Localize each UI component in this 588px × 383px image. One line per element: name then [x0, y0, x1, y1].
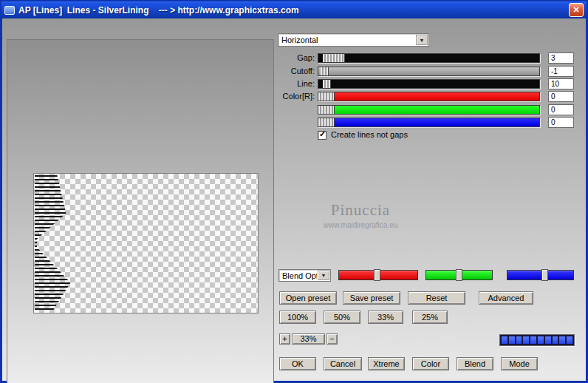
- gap-value[interactable]: 3: [548, 52, 574, 64]
- xtreme-button[interactable]: Xtreme: [368, 357, 405, 370]
- color-r-slider[interactable]: [318, 92, 540, 101]
- slider-row-color-g: 0: [0, 105, 588, 115]
- blend-green-slider[interactable]: [425, 270, 493, 280]
- app-icon: [4, 6, 15, 15]
- zoom-100-button[interactable]: 100%: [279, 311, 316, 324]
- zoom-out-button[interactable]: −: [327, 333, 338, 345]
- create-lines-label: Create lines not gaps: [331, 130, 408, 139]
- line-value[interactable]: 10: [548, 78, 574, 89]
- color-g-slider-thumb[interactable]: [318, 106, 335, 114]
- progress-segment: [567, 336, 572, 344]
- plugin-window: AP [Lines] Lines - SilverLining --- > ht…: [0, 0, 588, 383]
- lines-shape: [35, 175, 259, 311]
- color-r-slider-thumb[interactable]: [318, 92, 335, 101]
- blend-button[interactable]: Blend: [457, 357, 493, 370]
- blend-options-dropdown[interactable]: Blend Opti ▼: [278, 269, 331, 282]
- progress-segment: [545, 336, 551, 344]
- create-lines-checkbox[interactable]: ✓: [318, 131, 327, 140]
- color-b-value[interactable]: 0: [548, 117, 574, 128]
- window-title: AP [Lines] Lines - SilverLining --- > ht…: [18, 5, 299, 16]
- color-g-slider[interactable]: [318, 105, 540, 115]
- close-button[interactable]: ✕: [569, 3, 584, 17]
- color-r-label: Color[R]:: [263, 92, 315, 101]
- line-slider-thumb[interactable]: [323, 80, 331, 88]
- cutoff-slider[interactable]: [318, 67, 540, 76]
- blend-red-slider[interactable]: [338, 270, 418, 280]
- reset-button[interactable]: Reset: [408, 291, 465, 305]
- blend-blue-slider[interactable]: [507, 270, 574, 280]
- zoom-25-button[interactable]: 25%: [412, 311, 448, 324]
- slider-row-cutoff: Cutoff: -1: [0, 67, 588, 77]
- ok-button[interactable]: OK: [279, 357, 316, 370]
- slider-row-color-r: Color[R]: 0: [0, 92, 588, 102]
- progress-segment: [530, 336, 536, 344]
- cancel-button[interactable]: Cancel: [324, 357, 362, 370]
- progress-bar: [499, 334, 575, 346]
- gap-slider-thumb[interactable]: [323, 54, 345, 62]
- zoom-50-button[interactable]: 50%: [324, 311, 360, 324]
- zoom-level-value[interactable]: 33%: [292, 333, 325, 345]
- color-r-value[interactable]: 0: [548, 91, 574, 102]
- direction-dropdown-value: Horizontal: [281, 35, 415, 44]
- gap-slider[interactable]: [318, 53, 540, 63]
- chevron-glyph: ▼: [420, 38, 425, 43]
- blend-blue-thumb[interactable]: [541, 269, 548, 281]
- preview-panel[interactable]: [7, 39, 274, 383]
- zoom-in-button[interactable]: +: [279, 333, 290, 345]
- line-slider[interactable]: [318, 79, 540, 89]
- save-preset-button[interactable]: Save preset: [343, 291, 400, 305]
- cutoff-value[interactable]: -1: [548, 66, 574, 77]
- slider-row-line: Line: 10: [0, 79, 588, 89]
- progress-segment: [516, 336, 522, 344]
- chevron-down-icon[interactable]: ▼: [318, 271, 329, 280]
- slider-row-gap: Gap: 3: [0, 53, 588, 64]
- open-preset-button[interactable]: Open preset: [279, 291, 337, 305]
- progress-segment: [523, 336, 529, 344]
- color-button[interactable]: Color: [412, 357, 449, 370]
- zoom-33-button[interactable]: 33%: [368, 311, 403, 324]
- mode-button[interactable]: Mode: [501, 357, 538, 370]
- blend-green-thumb[interactable]: [456, 269, 462, 281]
- color-b-slider[interactable]: [318, 118, 540, 127]
- chevron-glyph: ▼: [321, 273, 327, 278]
- progress-segment: [509, 336, 515, 344]
- cutoff-slider-thumb[interactable]: [321, 67, 329, 75]
- progress-segment: [538, 336, 544, 344]
- blend-options-value: Blend Opti: [282, 271, 317, 280]
- advanced-button[interactable]: Advanced: [479, 291, 533, 305]
- progress-segment: [559, 336, 565, 344]
- direction-dropdown[interactable]: Horizontal ▼: [278, 33, 429, 47]
- chevron-down-icon[interactable]: ▼: [416, 35, 428, 45]
- gap-label: Gap:: [263, 53, 315, 63]
- line-label: Line:: [263, 79, 315, 89]
- check-icon: ✓: [319, 129, 326, 139]
- cutoff-label: Cutoff:: [263, 67, 315, 76]
- titlebar[interactable]: AP [Lines] Lines - SilverLining --- > ht…: [1, 1, 587, 18]
- color-b-slider-thumb[interactable]: [318, 118, 335, 126]
- color-g-value[interactable]: 0: [548, 104, 574, 115]
- blend-red-thumb[interactable]: [374, 269, 380, 281]
- preview-image[interactable]: [33, 173, 259, 313]
- slider-row-color-b: 0: [0, 118, 588, 128]
- close-icon: ✕: [572, 5, 579, 15]
- progress-segment: [553, 336, 558, 344]
- progress-segment: [502, 336, 507, 344]
